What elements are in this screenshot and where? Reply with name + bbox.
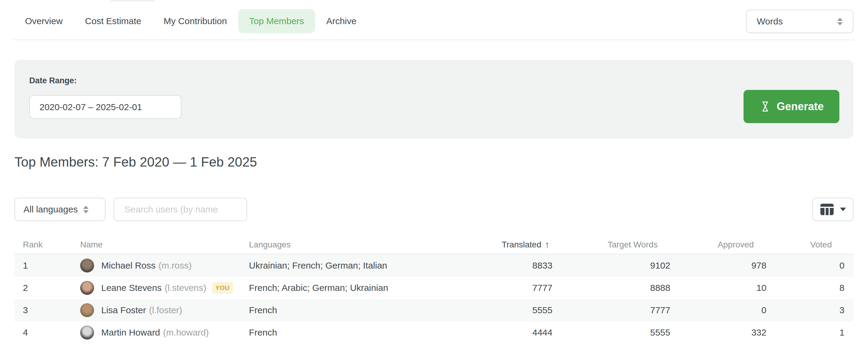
name-cell: Leane Stevens (l.stevens) YOU <box>72 281 241 295</box>
approved-cell: 0 <box>673 305 770 315</box>
tabbar-divider <box>13 39 855 40</box>
tab-cost-estimate[interactable]: Cost Estimate <box>74 9 153 33</box>
column-header-translated[interactable]: Translated ↑ <box>425 239 555 250</box>
voted-cell: 3 <box>770 305 854 315</box>
rank-cell: 2 <box>14 283 72 293</box>
table-header-row: Rank Name Languages Translated ↑ Target … <box>14 235 854 254</box>
search-users-input[interactable] <box>114 198 247 221</box>
target-words-cell: 9102 <box>555 260 673 271</box>
column-header-translated-label: Translated <box>502 240 541 250</box>
user-name[interactable]: Martin Howard <box>101 327 160 338</box>
approved-cell: 332 <box>673 327 770 338</box>
top-members-table: Rank Name Languages Translated ↑ Target … <box>14 235 854 344</box>
name-cell: Martin Howard (m.howard) <box>72 325 241 340</box>
voted-cell: 1 <box>770 327 854 338</box>
table-row[interactable]: 2 Leane Stevens (l.stevens) YOU French; … <box>14 277 854 299</box>
date-range-input[interactable] <box>29 95 181 119</box>
translated-cell: 5555 <box>425 305 555 315</box>
column-header-languages[interactable]: Languages <box>241 240 425 250</box>
language-filter-value: All languages <box>24 204 78 214</box>
target-words-cell: 5555 <box>555 327 673 338</box>
name-cell: Michael Ross (m.ross) <box>72 259 241 273</box>
caret-down-icon <box>840 208 846 211</box>
approved-cell: 10 <box>673 283 770 293</box>
rank-cell: 3 <box>14 305 72 315</box>
clipped-element-fragment <box>110 0 155 1</box>
you-badge: YOU <box>212 282 233 294</box>
report-tabs: Overview Cost Estimate My Contribution T… <box>14 9 368 33</box>
sort-ascending-icon: ↑ <box>545 239 550 250</box>
approved-cell: 978 <box>673 260 770 271</box>
user-login: (l.foster) <box>149 305 182 315</box>
table-row[interactable]: 1 Michael Ross (m.ross) Ukrainian; Frenc… <box>14 254 854 277</box>
languages-cell: French; Arabic; German; Ukrainian <box>241 283 425 293</box>
select-arrows-icon <box>83 206 89 213</box>
page-title: Top Members: 7 Feb 2020 — 1 Feb 2025 <box>14 154 257 170</box>
table-filters: All languages <box>14 198 854 221</box>
user-name[interactable]: Michael Ross <box>101 260 156 271</box>
generate-button[interactable]: Generate <box>744 90 839 123</box>
column-settings-button[interactable] <box>812 198 854 221</box>
unit-selector-value: Words <box>757 16 837 27</box>
avatar <box>80 325 94 340</box>
top-members-report-page: Overview Cost Estimate My Contribution T… <box>0 0 868 344</box>
voted-cell: 8 <box>770 283 854 293</box>
target-words-cell: 7777 <box>555 305 673 315</box>
unit-selector-dropdown[interactable]: Words <box>746 10 854 33</box>
avatar <box>80 281 94 295</box>
user-login: (m.ross) <box>158 260 192 271</box>
date-range-label: Date Range: <box>29 76 77 85</box>
hourglass-icon <box>759 101 771 113</box>
rank-cell: 4 <box>14 327 72 338</box>
languages-cell: French <box>241 305 425 315</box>
column-header-approved[interactable]: Approved <box>673 240 770 250</box>
languages-cell: Ukrainian; French; German; Italian <box>241 260 425 271</box>
tab-my-contribution[interactable]: My Contribution <box>153 9 238 33</box>
user-name[interactable]: Leane Stevens <box>101 283 161 293</box>
translated-cell: 4444 <box>425 327 555 338</box>
table-row[interactable]: 3 Lisa Foster (l.foster) French 5555 777… <box>14 299 854 321</box>
column-header-target-words[interactable]: Target Words <box>555 240 673 250</box>
name-cell: Lisa Foster (l.foster) <box>72 303 241 317</box>
report-generator-panel: Date Range: Generate <box>14 60 854 139</box>
select-arrows-icon <box>837 18 843 25</box>
avatar <box>80 259 94 273</box>
column-header-name[interactable]: Name <box>72 240 241 250</box>
tab-archive[interactable]: Archive <box>315 9 368 33</box>
generate-button-label: Generate <box>777 100 824 113</box>
column-header-rank[interactable]: Rank <box>14 240 72 250</box>
table-columns-icon <box>820 203 834 216</box>
voted-cell: 0 <box>770 260 854 271</box>
rank-cell: 1 <box>14 260 72 271</box>
translated-cell: 7777 <box>425 283 555 293</box>
table-row[interactable]: 4 Martin Howard (m.howard) French 4444 5… <box>14 321 854 344</box>
tab-overview[interactable]: Overview <box>14 9 74 33</box>
tab-top-members[interactable]: Top Members <box>238 9 315 33</box>
translated-cell: 8833 <box>425 260 555 271</box>
language-filter-dropdown[interactable]: All languages <box>14 198 105 221</box>
column-header-voted[interactable]: Voted <box>770 240 854 250</box>
user-name[interactable]: Lisa Foster <box>101 305 146 315</box>
avatar <box>80 303 94 317</box>
user-login: (m.howard) <box>163 327 209 338</box>
languages-cell: French <box>241 327 425 338</box>
target-words-cell: 8888 <box>555 283 673 293</box>
user-login: (l.stevens) <box>164 283 206 293</box>
